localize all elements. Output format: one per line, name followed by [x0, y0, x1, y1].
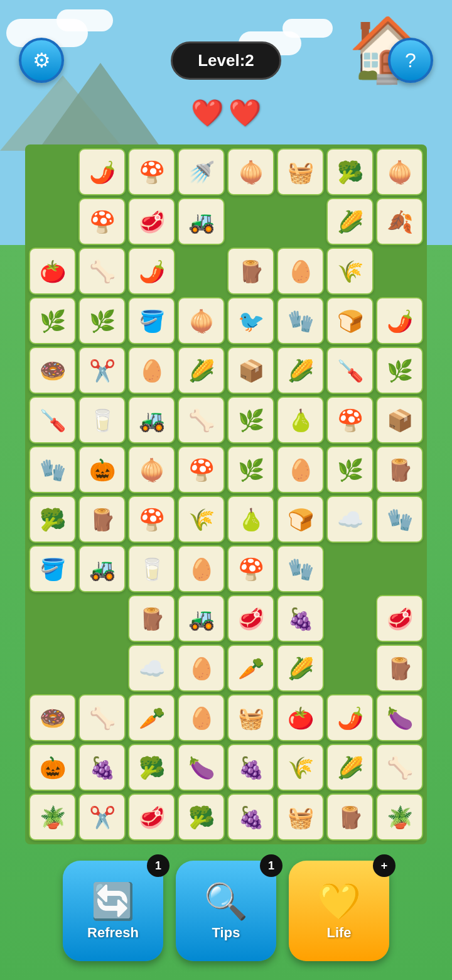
- life-button[interactable]: + 💛 Life: [289, 861, 389, 961]
- grid-cell[interactable]: 🥦: [128, 744, 175, 791]
- refresh-button[interactable]: 1 🔄 Refresh: [63, 861, 163, 961]
- grid-cell[interactable]: 🍅: [29, 248, 76, 295]
- grid-cell[interactable]: 🥦: [326, 148, 374, 195]
- grid-cell[interactable]: 🌶️: [326, 694, 374, 741]
- grid-cell[interactable]: 🪵: [376, 446, 423, 493]
- grid-cell[interactable]: 🍄: [78, 198, 126, 245]
- grid-cell[interactable]: 🌾: [277, 744, 324, 791]
- grid-cell[interactable]: 🧤: [376, 496, 423, 543]
- grid-cell[interactable]: 🪣: [29, 545, 76, 592]
- grid-cell[interactable]: 🌶️: [376, 297, 423, 344]
- grid-cell[interactable]: 🌿: [326, 446, 374, 493]
- grid-cell[interactable]: 🪣: [128, 297, 175, 344]
- grid-cell[interactable]: 🍞: [277, 496, 324, 543]
- grid-cell[interactable]: 🧅: [128, 446, 175, 493]
- grid-cell[interactable]: 🥦: [29, 496, 76, 543]
- grid-cell[interactable]: 🚜: [178, 198, 225, 245]
- grid-cell[interactable]: 🪵: [78, 496, 126, 543]
- grid-cell[interactable]: 🪛: [326, 347, 374, 394]
- grid-cell[interactable]: 🌿: [227, 446, 274, 493]
- grid-cell[interactable]: 🌾: [178, 496, 225, 543]
- grid-cell[interactable]: 🥕: [227, 645, 274, 692]
- grid-cell[interactable]: 🌶️: [128, 248, 175, 295]
- grid-cell[interactable]: 🍞: [326, 297, 374, 344]
- grid-cell[interactable]: 🥚: [178, 694, 225, 741]
- grid-cell[interactable]: 🌽: [326, 198, 374, 245]
- grid-cell[interactable]: 🐦: [227, 297, 274, 344]
- grid-cell[interactable]: 📦: [376, 396, 423, 444]
- grid-cell[interactable]: 🌶️: [78, 148, 126, 195]
- grid-cell[interactable]: 📦: [227, 347, 274, 394]
- settings-button[interactable]: ⚙: [19, 38, 64, 83]
- grid-cell[interactable]: 🍆: [178, 744, 225, 791]
- grid-cell[interactable]: 🥚: [178, 545, 225, 592]
- grid-cell[interactable]: 🎃: [78, 446, 126, 493]
- grid-cell[interactable]: 🪵: [376, 645, 423, 692]
- grid-cell[interactable]: 🍆: [376, 694, 423, 741]
- grid-cell[interactable]: 🍄: [128, 496, 175, 543]
- grid-cell[interactable]: 🥩: [376, 595, 423, 642]
- grid-cell[interactable]: 🪛: [29, 396, 76, 444]
- grid-cell[interactable]: 🚜: [178, 595, 225, 642]
- grid-cell[interactable]: 🌿: [227, 396, 274, 444]
- grid-cell[interactable]: 🥦: [178, 793, 225, 841]
- grid-cell[interactable]: 🧤: [29, 446, 76, 493]
- grid-cell[interactable]: 🧅: [227, 148, 274, 195]
- grid-cell[interactable]: 🥚: [128, 347, 175, 394]
- grid-cell[interactable]: 🪵: [128, 595, 175, 642]
- grid-cell[interactable]: 🥩: [227, 595, 274, 642]
- grid-cell[interactable]: 🌿: [78, 297, 126, 344]
- grid-cell[interactable]: 🪴: [29, 793, 76, 841]
- grid-cell[interactable]: 🌽: [277, 347, 324, 394]
- grid-cell[interactable]: 🦴: [178, 396, 225, 444]
- grid-cell[interactable]: 🍅: [277, 694, 324, 741]
- grid-cell[interactable]: 🪵: [227, 248, 274, 295]
- grid-cell[interactable]: 🍄: [128, 148, 175, 195]
- grid-cell[interactable]: 🍇: [227, 793, 274, 841]
- grid-cell[interactable]: 🥚: [277, 248, 324, 295]
- grid-cell[interactable]: 🎃: [29, 744, 76, 791]
- grid-cell[interactable]: 🍇: [277, 595, 324, 642]
- grid-cell[interactable]: 🍐: [227, 496, 274, 543]
- grid-cell[interactable]: 🪵: [326, 793, 374, 841]
- grid-cell[interactable]: 🌽: [178, 347, 225, 394]
- grid-cell[interactable]: 🍇: [227, 744, 274, 791]
- grid-cell[interactable]: 🧅: [178, 297, 225, 344]
- tips-button[interactable]: 1 🔍 Tips: [176, 861, 276, 961]
- grid-cell[interactable]: 🍂: [376, 198, 423, 245]
- grid-cell[interactable]: 🧅: [376, 148, 423, 195]
- grid-cell[interactable]: 🚿: [178, 148, 225, 195]
- grid-cell[interactable]: 🍇: [78, 744, 126, 791]
- grid-cell[interactable]: 🧺: [227, 694, 274, 741]
- grid-cell[interactable]: ☁️: [128, 645, 175, 692]
- grid-cell[interactable]: 🥚: [277, 446, 324, 493]
- grid-cell[interactable]: 🧺: [277, 148, 324, 195]
- grid-cell[interactable]: 🥛: [128, 545, 175, 592]
- grid-cell[interactable]: 🍩: [29, 694, 76, 741]
- grid-cell[interactable]: 🚜: [78, 545, 126, 592]
- grid-cell[interactable]: 🥩: [128, 198, 175, 245]
- grid-cell[interactable]: 🍄: [326, 396, 374, 444]
- help-button[interactable]: ?: [388, 38, 433, 83]
- grid-cell[interactable]: 🥛: [78, 396, 126, 444]
- grid-cell[interactable]: 🌿: [29, 297, 76, 344]
- grid-cell[interactable]: 🌽: [277, 645, 324, 692]
- grid-cell[interactable]: 🦴: [78, 694, 126, 741]
- grid-cell[interactable]: 🥕: [128, 694, 175, 741]
- grid-cell[interactable]: 🪴: [376, 793, 423, 841]
- grid-cell[interactable]: ☁️: [326, 496, 374, 543]
- grid-cell[interactable]: 🦴: [376, 744, 423, 791]
- grid-cell[interactable]: ✂️: [78, 793, 126, 841]
- grid-cell[interactable]: 🥩: [128, 793, 175, 841]
- grid-cell[interactable]: 🧤: [277, 297, 324, 344]
- grid-cell[interactable]: 🍄: [227, 545, 274, 592]
- grid-cell[interactable]: 🍐: [277, 396, 324, 444]
- grid-cell[interactable]: 🍄: [178, 446, 225, 493]
- grid-cell[interactable]: 🧺: [277, 793, 324, 841]
- grid-cell[interactable]: ✂️: [78, 347, 126, 394]
- grid-cell[interactable]: 🦴: [78, 248, 126, 295]
- grid-cell[interactable]: 🧤: [277, 545, 324, 592]
- grid-cell[interactable]: 🌽: [326, 744, 374, 791]
- grid-cell[interactable]: 🥚: [178, 645, 225, 692]
- grid-cell[interactable]: 🌿: [376, 347, 423, 394]
